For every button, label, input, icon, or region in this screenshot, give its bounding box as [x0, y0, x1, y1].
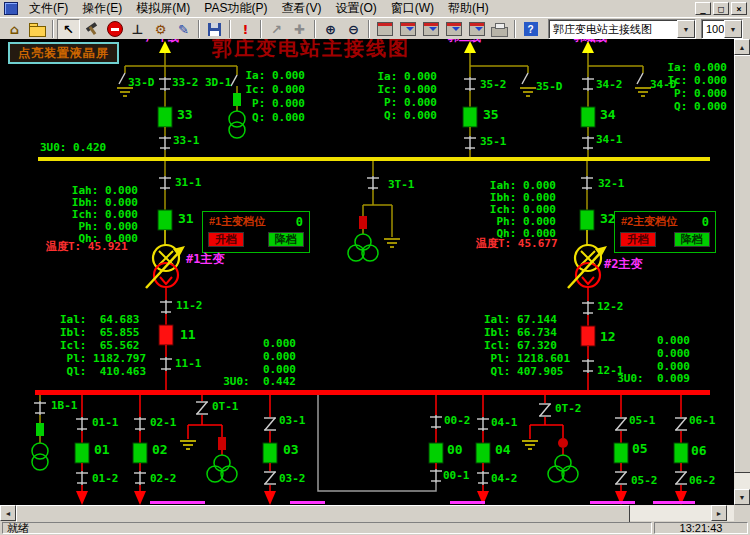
menu-item-7[interactable]: 帮助(H) — [441, 0, 496, 18]
menu-item-5[interactable]: 设置(O) — [328, 0, 383, 18]
disconnector-03-2[interactable] — [264, 472, 276, 484]
transformer-2[interactable] — [568, 245, 607, 288]
edit-doc-icon[interactable]: ✎ — [172, 19, 195, 40]
db-icon-2[interactable] — [396, 19, 419, 40]
disconnector-35-1[interactable] — [464, 136, 476, 150]
disconnector-03-1[interactable] — [264, 418, 276, 430]
gear-icon[interactable]: ⚙ — [149, 19, 172, 40]
disconnector-34-1[interactable] — [582, 136, 594, 150]
disconnector-04-1[interactable] — [477, 417, 489, 431]
db-icon-5[interactable] — [465, 19, 488, 40]
disconnector-11-2[interactable] — [160, 300, 172, 314]
zoom-in-icon[interactable]: ⊕ — [319, 19, 342, 40]
disconnector-05-2[interactable] — [615, 472, 627, 484]
breaker-04[interactable] — [476, 443, 490, 463]
gray-arrow-icon[interactable]: ↗ — [265, 19, 288, 40]
disconnector-11-1[interactable] — [160, 357, 172, 371]
disconnector-31-1[interactable] — [159, 176, 171, 190]
disconnector-34-2[interactable] — [582, 77, 594, 91]
scroll-down-icon[interactable]: ▼ — [734, 489, 750, 505]
view-selector[interactable]: 郭庄变电站主接线图 ▼ — [548, 19, 696, 39]
open-folder-icon[interactable] — [26, 19, 49, 40]
breaker-11[interactable] — [159, 325, 173, 345]
vertical-scrollbar[interactable]: ▲ ▼ — [734, 39, 750, 505]
breaker-00[interactable] — [429, 443, 443, 463]
disconnector-0t-2[interactable] — [539, 404, 551, 416]
disconnector-01-1[interactable] — [76, 417, 88, 431]
breaker-12[interactable] — [581, 326, 595, 346]
disconnector-33-2[interactable] — [159, 77, 171, 91]
disconnector-01-2[interactable] — [76, 471, 88, 485]
restore-button[interactable]: □ — [713, 2, 729, 15]
disconnector-06-1[interactable] — [675, 418, 687, 430]
scroll-up-icon[interactable]: ▲ — [734, 39, 750, 55]
chevron-down-icon[interactable]: ▼ — [724, 20, 742, 38]
earth-switch[interactable] — [119, 73, 125, 84]
cursor-icon[interactable]: ↖ — [57, 19, 80, 40]
disconnector-06-2[interactable] — [675, 472, 687, 484]
disconnector-1b-1[interactable] — [34, 401, 46, 415]
home-icon[interactable]: ⌂ — [3, 19, 26, 40]
breaker-31[interactable] — [158, 210, 172, 230]
scroll-right-icon[interactable]: ► — [711, 505, 727, 521]
menu-item-0[interactable]: 文件(F) — [22, 0, 75, 18]
breaker-03[interactable] — [263, 443, 277, 463]
chevron-down-icon[interactable]: ▼ — [677, 20, 695, 38]
close-button[interactable]: × — [731, 2, 747, 15]
minimize-button[interactable]: _ — [695, 2, 711, 15]
save-icon[interactable] — [203, 19, 226, 40]
disconnector-0t-1[interactable] — [196, 402, 208, 414]
disconnector-02-2[interactable] — [134, 471, 146, 485]
move-icon[interactable]: ✚ — [288, 19, 311, 40]
tap-up-button-2[interactable]: 升档 — [620, 232, 656, 247]
breaker-32[interactable] — [580, 210, 594, 230]
disconnector-04-2[interactable] — [477, 471, 489, 485]
earth-switch[interactable] — [637, 73, 643, 84]
help-icon[interactable]: ? — [519, 19, 542, 40]
menu-item-4[interactable]: 查看(V) — [274, 0, 328, 18]
fuse — [218, 437, 226, 450]
tap-up-button-1[interactable]: 升档 — [208, 232, 244, 247]
breaker-02[interactable] — [133, 443, 147, 463]
earth-switch[interactable] — [522, 73, 528, 84]
ground-tool-icon[interactable]: ⊥ — [126, 19, 149, 40]
breaker-33[interactable] — [158, 107, 172, 127]
cursor-icon: ↖ — [63, 23, 74, 36]
disconnector-33-1[interactable] — [159, 136, 171, 150]
disconnector-12-2[interactable] — [582, 301, 594, 315]
menu-item-2[interactable]: 模拟屏(M) — [129, 0, 197, 18]
toolbar-separator — [368, 20, 370, 38]
hammer-tool-icon[interactable] — [80, 19, 103, 40]
db-icon-1[interactable] — [373, 19, 396, 40]
vertical-scroll-thumb[interactable] — [734, 55, 750, 473]
disconnector-00-1[interactable] — [430, 469, 442, 483]
menu-item-6[interactable]: 窗口(W) — [384, 0, 441, 18]
db-icon-3[interactable] — [419, 19, 442, 40]
breaker-06[interactable] — [674, 443, 688, 463]
disconnector-3t-1[interactable] — [367, 176, 379, 190]
menu-item-1[interactable]: 操作(E) — [75, 0, 129, 18]
breaker-05[interactable] — [614, 443, 628, 463]
scroll-left-icon[interactable]: ◄ — [0, 505, 16, 521]
breaker-34[interactable] — [581, 107, 595, 127]
tap-down-button-2[interactable]: 降档 — [674, 232, 710, 247]
horizontal-scrollbar[interactable]: ◄ ► — [0, 505, 734, 521]
disconnector-00-2[interactable] — [430, 415, 442, 429]
stop-icon[interactable] — [103, 19, 126, 40]
tap-down-button-1[interactable]: 降档 — [268, 232, 304, 247]
breaker-01[interactable] — [75, 443, 89, 463]
menu-item-3[interactable]: PAS功能(P) — [197, 0, 274, 18]
disconnector-05-1[interactable] — [615, 418, 627, 430]
lcd-button[interactable]: 点亮装置液晶屏 — [8, 42, 119, 64]
disconnector-02-1[interactable] — [134, 417, 146, 431]
zoom-out-icon[interactable]: ⊖ — [342, 19, 365, 40]
db-icon-4[interactable] — [442, 19, 465, 40]
alarm-icon[interactable]: ! — [234, 19, 257, 40]
disconnector-32-1[interactable] — [581, 176, 593, 190]
disconnector-35-2[interactable] — [464, 77, 476, 91]
transformer-1[interactable] — [146, 245, 185, 288]
breaker-35[interactable] — [463, 107, 477, 127]
printer-icon[interactable] — [488, 19, 511, 40]
zoom-selector[interactable]: 100% ▼ — [701, 19, 743, 39]
disconnector-12-1[interactable] — [582, 359, 594, 373]
